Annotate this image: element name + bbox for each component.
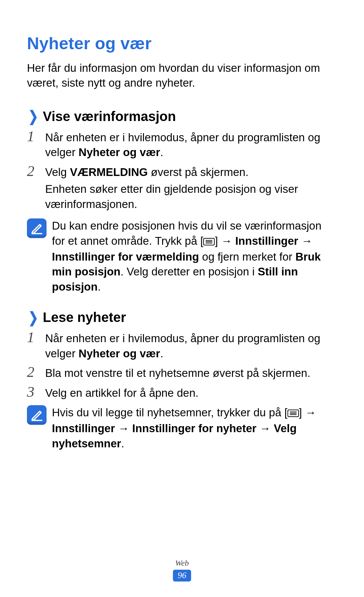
subheading-vise-vaerinformasjon: ❯ Vise værinformasjon [27,109,337,124]
document-page: Nyheter og vær Her får du informasjon om… [0,0,364,597]
step-number: 1 [27,129,45,144]
note-icon [27,405,47,425]
footer-section-label: Web [0,559,364,568]
step-text: Bla mot venstre til et nyhetsemne øverst… [45,364,310,381]
note-text: Hvis du vil legge til nyhetsemner, trykk… [52,405,337,451]
step-2: 2 Bla mot venstre til et nyhetsemne øver… [27,364,337,381]
step-text: Når enheten er i hvilemodus, åpner du pr… [45,129,337,160]
step-1: 1 Når enheten er i hvilemodus, åpner du … [27,330,337,361]
note-icon [27,218,47,238]
step-number: 1 [27,330,45,345]
note-block: Du kan endre posisjonen hvis du vil se v… [27,218,337,294]
page-number: 96 [173,570,191,581]
step-number: 2 [27,364,45,380]
intro-paragraph: Her får du informasjon om hvordan du vis… [27,61,337,90]
subheading-lese-nyheter: ❯ Lese nyheter [27,310,337,325]
step-text: Velg VÆRMELDING øverst på skjermen. Enhe… [45,163,337,214]
step-3: 3 Velg en artikkel for å åpne den. [27,384,337,401]
note-block: Hvis du vil legge til nyhetsemner, trykk… [27,405,337,451]
subheading-text: Vise værinformasjon [43,109,176,124]
note-text: Du kan endre posisjonen hvis du vil se v… [52,218,337,294]
step-2: 2 Velg VÆRMELDING øverst på skjermen. En… [27,163,337,214]
menu-key-icon [203,234,215,249]
step-number: 2 [27,163,45,179]
step-number: 3 [27,384,45,400]
step-text: Når enheten er i hvilemodus, åpner du pr… [45,330,337,361]
subheading-text: Lese nyheter [43,310,126,325]
page-title: Nyheter og vær [27,34,337,53]
page-footer: Web 96 [0,559,364,581]
step-1: 1 Når enheten er i hvilemodus, åpner du … [27,129,337,160]
step-text: Velg en artikkel for å åpne den. [45,384,199,401]
menu-key-icon [287,406,299,421]
chevron-right-icon: ❯ [28,310,38,325]
chevron-right-icon: ❯ [28,109,38,124]
